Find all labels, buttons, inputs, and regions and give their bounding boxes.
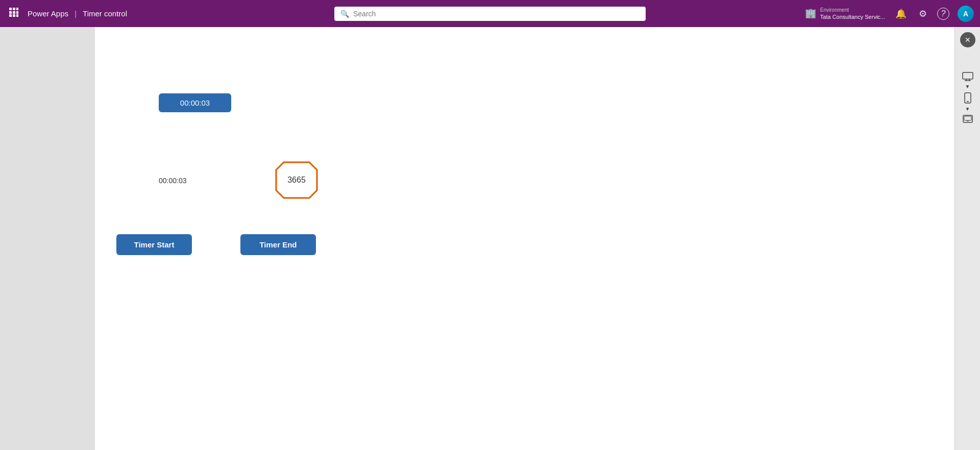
environment-info: 🏢 Environment Tata Consultancy Servic... [805, 7, 885, 20]
svg-rect-7 [13, 14, 15, 17]
svg-rect-3 [9, 11, 12, 14]
environment-name: Tata Consultancy Servic... [820, 13, 885, 20]
desktop-view-group: ▼ [962, 72, 973, 89]
search-icon: 🔍 [340, 10, 349, 18]
svg-rect-16 [964, 116, 971, 120]
tablet-view-group [963, 115, 973, 124]
waffle-menu-icon[interactable] [6, 5, 21, 22]
tablet-icon[interactable] [963, 115, 973, 124]
desktop-icon[interactable] [962, 72, 973, 83]
timer-elapsed-label: 00:00:03 [159, 177, 187, 185]
svg-rect-9 [963, 72, 973, 79]
timer-display-button[interactable]: 00:00:03 [159, 93, 231, 112]
app-title: Power Apps | Timer control [28, 9, 127, 18]
topbar: Power Apps | Timer control 🔍 🏢 Environme… [0, 0, 980, 27]
main-layout: 00:00:03 00:00:03 3665 Timer Start Timer… [0, 27, 980, 450]
svg-rect-2 [16, 8, 18, 10]
close-panel-button[interactable]: ✕ [960, 32, 975, 47]
svg-rect-5 [16, 11, 18, 14]
left-sidebar [0, 27, 95, 450]
right-sidebar: ✕ ▼ [954, 27, 980, 450]
search-input[interactable] [353, 10, 640, 18]
svg-rect-6 [9, 14, 12, 17]
mobile-view-group: ▼ [964, 92, 971, 112]
environment-label: Environment [820, 7, 885, 13]
user-avatar[interactable]: A [958, 6, 974, 22]
search-bar: 🔍 [334, 7, 646, 21]
timer-start-button[interactable]: Timer Start [116, 234, 192, 255]
svg-rect-8 [16, 14, 18, 17]
timer-badge-container: 3665 [274, 160, 320, 201]
notifications-icon[interactable]: 🔔 [893, 6, 909, 21]
canvas-area: 00:00:03 00:00:03 3665 Timer Start Timer… [95, 27, 954, 450]
svg-rect-1 [13, 8, 15, 10]
timer-end-button[interactable]: Timer End [240, 234, 316, 255]
svg-rect-4 [13, 11, 15, 14]
environment-icon: 🏢 [805, 8, 816, 19]
help-icon[interactable]: ? [937, 8, 949, 20]
mobile-icon[interactable] [964, 92, 971, 105]
settings-icon[interactable]: ⚙ [917, 6, 929, 21]
svg-rect-0 [9, 8, 12, 10]
timer-value: 3665 [287, 176, 306, 185]
mobile-chevron-icon[interactable]: ▼ [965, 106, 970, 112]
topbar-right: 🏢 Environment Tata Consultancy Servic...… [805, 6, 974, 22]
desktop-chevron-icon[interactable]: ▼ [965, 84, 970, 89]
view-icons: ▼ ▼ [962, 72, 973, 124]
